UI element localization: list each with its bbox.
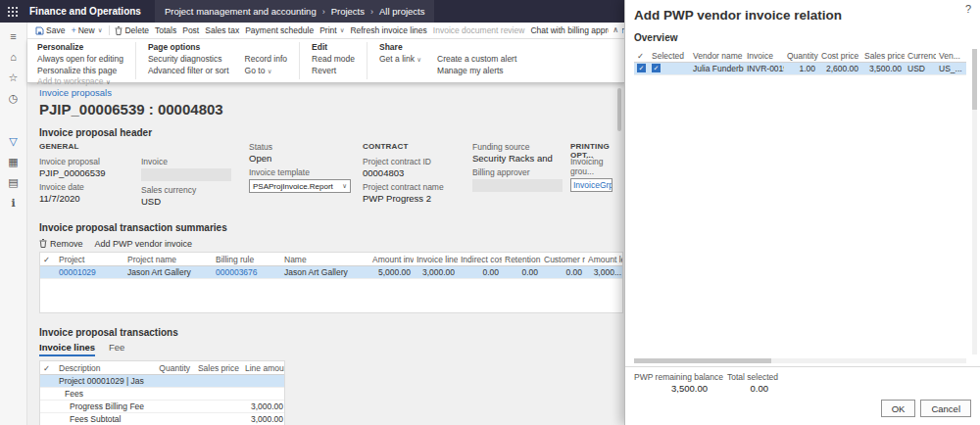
get-a-link-button[interactable]: Get a link ∨ bbox=[379, 54, 421, 66]
column-header-customer-retention[interactable]: Customer ret... bbox=[541, 253, 585, 265]
main-scrollbar[interactable] bbox=[617, 88, 621, 131]
section-title-transaction-summaries[interactable]: Invoice proposal transaction summaries bbox=[39, 222, 624, 233]
breadcrumb-item-projects[interactable]: Projects bbox=[331, 6, 365, 17]
funding-source-value[interactable]: Security Racks and bbox=[472, 153, 563, 164]
help-icon[interactable]: ? bbox=[965, 3, 971, 15]
delete-button[interactable]: Delete bbox=[115, 25, 149, 35]
post-button[interactable]: Post bbox=[182, 25, 199, 35]
add-pwp-vendor-invoice-button[interactable]: Add PWP vendor invoice bbox=[95, 239, 192, 249]
table-row[interactable]: ✓ ✓ Julia Funderburk INVR-00196 1.00 2,6… bbox=[634, 63, 966, 75]
column-header-currency[interactable]: Currency bbox=[905, 49, 936, 62]
column-header-retention[interactable]: Retention pe... bbox=[502, 253, 541, 265]
column-header-invoice[interactable]: Invoice bbox=[744, 49, 784, 62]
row-selector-cell[interactable] bbox=[40, 375, 56, 387]
column-header-cost-price[interactable]: Cost price bbox=[818, 49, 861, 62]
column-header-invoice-line[interactable]: Invoice line a... bbox=[414, 253, 458, 265]
column-header-quantity[interactable]: Quantity bbox=[144, 361, 193, 374]
column-header-sales-price[interactable]: Sales price bbox=[861, 49, 905, 62]
remove-button[interactable]: Remove bbox=[39, 239, 83, 249]
go-to-button[interactable]: Go to ∨ bbox=[245, 66, 287, 77]
filter-icon[interactable]: ▽ bbox=[6, 134, 22, 148]
record-info-button[interactable]: Record info bbox=[245, 54, 287, 66]
back-link-invoice-proposals[interactable]: Invoice proposals bbox=[39, 87, 112, 98]
totals-button[interactable]: Totals bbox=[155, 25, 176, 35]
table-row[interactable]: Project 00001029 | Jason Art... bbox=[40, 375, 284, 388]
selected-checkbox[interactable]: ✓ bbox=[649, 63, 690, 74]
table-row[interactable]: Progress Billing Fee | Jason Ar... 3,000… bbox=[40, 401, 284, 413]
tab-fee[interactable]: Fee bbox=[109, 342, 124, 356]
row-selector-cell[interactable] bbox=[40, 388, 56, 400]
project-cell[interactable]: 00001029 bbox=[56, 266, 124, 278]
invoice-proposal-value[interactable]: PJIP_00006539 bbox=[39, 167, 133, 178]
trash-icon bbox=[115, 26, 122, 35]
new-button[interactable]: + New ∨ bbox=[71, 25, 102, 35]
column-header-amount-invoiced[interactable]: Amount invo... bbox=[369, 253, 414, 265]
menu-icon[interactable]: ≡ bbox=[6, 29, 22, 43]
grid-icon[interactable]: ▦ bbox=[6, 155, 22, 168]
sales-currency-value[interactable]: USD bbox=[141, 196, 241, 207]
column-header-quantity[interactable]: Quantity bbox=[784, 49, 818, 62]
home-icon[interactable]: ⌂ bbox=[6, 50, 22, 64]
vertical-scrollbar[interactable] bbox=[972, 49, 977, 354]
section-title-invoice-proposal-header[interactable]: Invoice proposal header bbox=[39, 127, 624, 138]
advanced-filter-or-sort-button[interactable]: Advanced filter or sort bbox=[148, 66, 229, 77]
column-header-vendor-account[interactable]: Ven... bbox=[936, 49, 966, 62]
refresh-invoice-lines-button[interactable]: Refresh invoice lines bbox=[350, 25, 426, 35]
select-all-checkbox-header[interactable]: ✓ bbox=[40, 253, 56, 265]
create-a-custom-alert-button[interactable]: Create a custom alert bbox=[437, 54, 516, 66]
row-selector-cell[interactable] bbox=[40, 413, 56, 425]
column-header-project-name[interactable]: Project name bbox=[124, 253, 213, 265]
cancel-button[interactable]: Cancel bbox=[920, 400, 971, 417]
info-icon[interactable]: ℹ bbox=[6, 196, 22, 210]
manage-my-alerts-button[interactable]: Manage my alerts bbox=[437, 66, 516, 77]
payment-schedule-button[interactable]: Payment schedule bbox=[245, 25, 314, 35]
row-selector-cell[interactable] bbox=[40, 401, 56, 412]
column-header-project[interactable]: Project bbox=[56, 253, 124, 265]
column-header-sales-price[interactable]: Sales price bbox=[193, 361, 242, 374]
list-icon[interactable]: ▤ bbox=[6, 175, 22, 189]
column-header-selected[interactable]: Selected bbox=[649, 49, 690, 62]
column-header-description[interactable]: Description bbox=[56, 361, 144, 374]
row-selector-checkbox[interactable]: ✓ bbox=[634, 63, 649, 74]
tab-invoice-lines[interactable]: Invoice lines bbox=[39, 342, 95, 356]
column-header-amount-less[interactable]: Amount les... bbox=[585, 253, 623, 265]
select-all-checkbox-header[interactable]: ✓ bbox=[634, 49, 649, 62]
scrollbar-thumb[interactable] bbox=[634, 358, 771, 363]
invoice-template-select[interactable]: PSAProjInvoice.Report ∨ bbox=[249, 179, 351, 193]
clock-icon[interactable]: ◷ bbox=[6, 91, 22, 105]
select-all-checkbox-header[interactable]: ✓ bbox=[40, 361, 56, 374]
always-open-for-editing-button[interactable]: Always open for editing bbox=[37, 54, 123, 66]
table-row[interactable]: 00001029 Jason Art Gallery 000003676 Jas… bbox=[40, 266, 622, 279]
breadcrumb-item-all-projects[interactable]: All projects bbox=[379, 6, 424, 17]
breadcrumb-item-module[interactable]: Project management and accounting bbox=[165, 6, 317, 17]
save-button[interactable]: Save bbox=[35, 25, 65, 35]
column-header-indirect-costs[interactable]: Indirect costs bbox=[458, 253, 502, 265]
section-title-transactions[interactable]: Invoice proposal transactions bbox=[39, 327, 624, 338]
app-name[interactable]: Finance and Operations bbox=[29, 6, 141, 17]
app-launcher-icon[interactable] bbox=[0, 0, 25, 23]
column-header-vendor-name[interactable]: Vendor name bbox=[690, 49, 744, 62]
table-row[interactable]: Fees bbox=[40, 388, 284, 401]
horizontal-scrollbar[interactable] bbox=[634, 358, 966, 363]
security-diagnostics-button[interactable]: Security diagnostics bbox=[148, 54, 229, 66]
line-amount-cell bbox=[242, 375, 285, 387]
star-icon[interactable]: ☆ bbox=[6, 71, 22, 84]
column-header-line-amount[interactable]: Line amount bbox=[242, 361, 285, 374]
personalize-this-page-button[interactable]: Personalize this page bbox=[37, 66, 123, 77]
print-button[interactable]: Print ∨ bbox=[319, 25, 344, 35]
row-selector-cell[interactable] bbox=[40, 266, 56, 278]
scrollbar-thumb[interactable] bbox=[972, 49, 977, 110]
project-contract-id-value[interactable]: 00004803 bbox=[363, 167, 465, 178]
collapse-action-pane-icon[interactable]: ∧ bbox=[609, 23, 622, 38]
revert-button[interactable]: Revert bbox=[312, 66, 355, 77]
column-header-name[interactable]: Name bbox=[281, 253, 369, 265]
invoice-date-value[interactable]: 11/7/2020 bbox=[39, 193, 133, 204]
table-row[interactable]: Fees Subtotal 3,000.00 bbox=[40, 413, 284, 425]
column-header-billing-rule[interactable]: Billing rule bbox=[213, 253, 281, 265]
invoicing-group-field[interactable]: InvoiceGrp bbox=[570, 178, 612, 192]
sales-tax-button[interactable]: Sales tax bbox=[205, 25, 239, 35]
read-mode-button[interactable]: Read mode bbox=[312, 54, 355, 66]
tab-overview[interactable]: Overview bbox=[634, 32, 677, 43]
ok-button[interactable]: OK bbox=[881, 400, 916, 417]
billing-rule-cell[interactable]: 000003676 bbox=[213, 266, 281, 278]
